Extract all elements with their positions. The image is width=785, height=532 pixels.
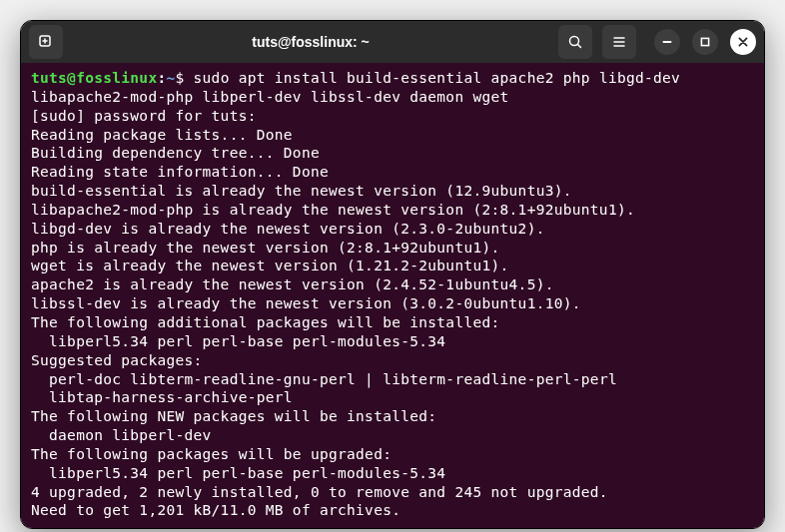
output-line: Suggested packages: <box>31 351 754 370</box>
titlebar-right <box>558 25 756 59</box>
terminal-body[interactable]: tuts@fosslinux:~$ sudo apt install build… <box>21 63 764 528</box>
output-line: Building dependency tree... Done <box>31 144 754 163</box>
output-line: libtap-harness-archive-perl <box>31 388 754 407</box>
menu-button[interactable] <box>602 25 636 59</box>
new-tab-button[interactable] <box>29 25 63 59</box>
output-line: daemon libperl-dev <box>31 426 754 445</box>
close-icon <box>737 36 749 48</box>
svg-rect-2 <box>701 38 708 45</box>
output-line: The following additional packages will b… <box>31 313 754 332</box>
output-line: The following packages will be upgraded: <box>31 445 754 464</box>
window-controls <box>654 29 756 55</box>
output-line: wget is already the newest version (1.21… <box>31 257 754 275</box>
output-line: perl-doc libterm-readline-gnu-perl | lib… <box>31 370 754 389</box>
output-line: 4 upgraded, 2 newly installed, 0 to remo… <box>31 483 754 502</box>
titlebar-left <box>29 25 63 59</box>
prompt-dollar: $ <box>175 70 193 86</box>
output-line: apache2 is already the newest version (2… <box>31 275 754 294</box>
close-button[interactable] <box>730 29 756 55</box>
output-line: libapache2-mod-php is already the newest… <box>31 201 754 220</box>
output-line: build-essential is already the newest ve… <box>31 182 754 201</box>
output-line: The following NEW packages will be insta… <box>31 407 754 426</box>
output-line: libperl5.34 perl perl-base perl-modules-… <box>31 332 754 351</box>
terminal-window: tuts@fosslinux: ~ <box>20 20 765 529</box>
output-line: Reading state information... Done <box>31 163 754 182</box>
output-line: Need to get 1,201 kB/11.0 MB of archives… <box>31 501 754 520</box>
output-line: php is already the newest version (2:8.1… <box>31 239 754 258</box>
command-line: tuts@fosslinux:~$ sudo apt install build… <box>31 69 754 107</box>
output-line: [sudo] password for tuts: <box>31 107 754 126</box>
titlebar: tuts@fosslinux: ~ <box>21 21 764 63</box>
output-line: libgd-dev is already the newest version … <box>31 220 754 239</box>
search-button[interactable] <box>558 25 592 59</box>
minimize-icon <box>661 36 673 48</box>
output-line: Reading package lists... Done <box>31 126 754 145</box>
search-icon <box>567 34 583 50</box>
maximize-button[interactable] <box>692 29 718 55</box>
maximize-icon <box>699 36 711 48</box>
output-line: libssl-dev is already the newest version… <box>31 294 754 313</box>
window-title: tuts@fosslinux: ~ <box>71 34 550 50</box>
new-tab-icon <box>38 34 54 50</box>
minimize-button[interactable] <box>654 29 680 55</box>
prompt-user-host: tuts@fosslinux <box>31 70 157 86</box>
hamburger-icon <box>611 34 627 50</box>
output-line: libperl5.34 perl perl-base perl-modules-… <box>31 464 754 483</box>
